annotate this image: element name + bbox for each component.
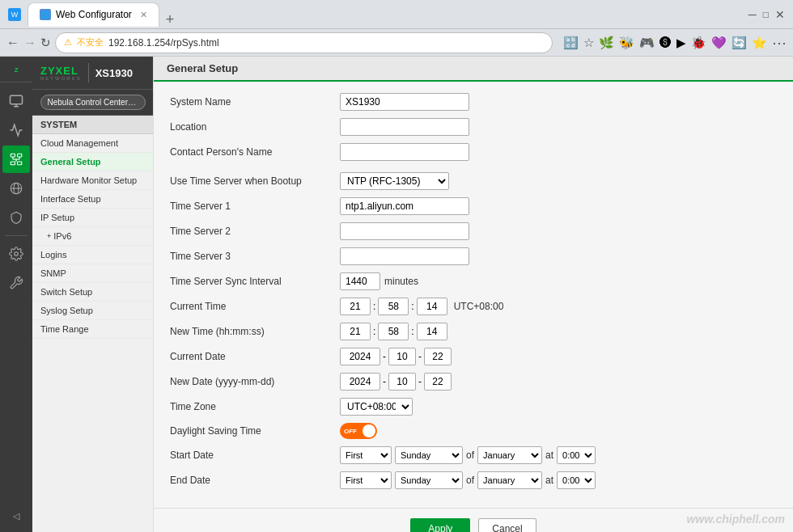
ipv6-label: IPv6: [53, 231, 71, 241]
ext2-icon[interactable]: 🐝: [619, 36, 634, 50]
back-button[interactable]: ←: [6, 36, 19, 50]
close-button[interactable]: ✕: [775, 8, 785, 21]
current-date-month[interactable]: [388, 348, 416, 365]
new-date-sep2: -: [418, 376, 422, 387]
sidebar-item-switch-setup[interactable]: Switch Setup: [32, 283, 153, 302]
logo-area: ZYXEL NETWORKS XS1930: [32, 57, 153, 90]
address-bar: ← → ↻ ⚠ 不安全 192.168.1.254/rpSys.html 🔡 ☆…: [0, 29, 793, 57]
time-server3-label: Time Server 3: [170, 251, 340, 262]
sidebar-item-snmp[interactable]: SNMP: [32, 264, 153, 283]
sidebar-item-general-setup[interactable]: General Setup: [32, 153, 153, 171]
sidebar-item-logins[interactable]: Logins: [32, 246, 153, 264]
menu-icon[interactable]: ⋯: [772, 34, 787, 52]
ext1-icon[interactable]: 🌿: [599, 36, 614, 50]
active-tab[interactable]: 🌐 Web Configurator ✕: [28, 2, 159, 27]
address-input-box[interactable]: ⚠ 不安全 192.168.1.254/rpSys.html: [55, 32, 553, 53]
sidebar-item-interface-setup[interactable]: Interface Setup: [32, 190, 153, 209]
new-time-hour[interactable]: [340, 323, 371, 340]
new-time-sec[interactable]: [417, 323, 447, 340]
start-month-select[interactable]: JanuaryFebruaryMarchAprilMayJuneJulyAugu…: [477, 446, 542, 464]
current-time-sec[interactable]: [417, 298, 447, 315]
maximize-button[interactable]: □: [763, 9, 769, 20]
forward-button[interactable]: →: [23, 36, 36, 50]
current-time-min[interactable]: [378, 298, 409, 315]
system-name-input[interactable]: [340, 93, 469, 111]
sidebar-item-syslog-setup[interactable]: Syslog Setup: [32, 302, 153, 320]
new-time-colon2: :: [411, 326, 413, 337]
contact-input[interactable]: [340, 143, 469, 161]
current-date-day[interactable]: [424, 348, 452, 365]
sidebar-icon-monitor[interactable]: [2, 87, 30, 115]
ext5-icon[interactable]: ▶: [676, 36, 686, 50]
sidebar-icon-analytics[interactable]: [2, 116, 30, 144]
end-occurrence-select[interactable]: FirstSecondThirdFourthLast: [340, 471, 392, 489]
start-occurrence-select[interactable]: FirstSecondThirdFourthLast: [340, 446, 392, 464]
sync-interval-group: minutes: [340, 272, 418, 290]
current-date-year[interactable]: [340, 348, 380, 365]
bookmark-star-icon[interactable]: ☆: [583, 36, 594, 50]
new-tab-button[interactable]: +: [161, 12, 180, 27]
new-date-day[interactable]: [424, 373, 452, 391]
new-date-month[interactable]: [388, 373, 416, 391]
timezone-select[interactable]: UTC+08:00 UTC+00:00 UTC-05:00: [340, 398, 413, 416]
end-month-select[interactable]: JanuaryFebruaryMarchAprilMayJuneJulyAugu…: [477, 471, 542, 489]
time-server2-input[interactable]: [340, 222, 469, 240]
sidebar-item-hardware-monitor[interactable]: Hardware Monitor Setup: [32, 171, 153, 190]
location-label: Location: [170, 121, 340, 133]
ext3-icon[interactable]: 🎮: [639, 36, 655, 50]
ext7-icon[interactable]: 💜: [711, 36, 727, 50]
sidebar-item-cloud-management[interactable]: Cloud Management: [32, 134, 153, 153]
time-server1-row: Time Server 1: [170, 197, 777, 215]
nebula-control-center-button[interactable]: Nebula Control Center →: [40, 95, 146, 110]
sidebar-icon-shield[interactable]: [2, 204, 30, 231]
end-time-select[interactable]: 0:001:002:00: [557, 471, 596, 489]
sidebar-icon-settings[interactable]: [2, 240, 30, 268]
dst-toggle[interactable]: OFF: [340, 423, 377, 439]
system-name-label: System Name: [170, 96, 340, 108]
time-server2-label: Time Server 2: [170, 226, 340, 237]
zyxel-logo-small: Z: [15, 66, 18, 74]
cloud-management-label: Cloud Management: [40, 138, 118, 148]
security-warning-text: 不安全: [77, 36, 104, 49]
sidebar-item-time-range[interactable]: Time Range: [32, 320, 153, 339]
time-server1-input[interactable]: [340, 197, 469, 215]
sync-interval-input[interactable]: [340, 272, 380, 290]
zyxel-logo: ZYXEL NETWORKS: [40, 65, 82, 81]
use-time-server-label: Use Time Server when Bootup: [170, 175, 340, 187]
bookmark-icon[interactable]: ⭐: [752, 36, 767, 50]
new-time-min[interactable]: [378, 323, 409, 340]
end-day-select[interactable]: SundayMondayTuesdayWednesdayThursdayFrid…: [395, 471, 463, 489]
sidebar-icon-globe[interactable]: [2, 175, 30, 202]
model-number: XS1930: [95, 67, 133, 79]
end-at-text: at: [545, 475, 553, 486]
minimize-button[interactable]: ─: [748, 8, 757, 21]
ext8-icon[interactable]: 🔄: [732, 36, 747, 50]
sidebar-icon-network[interactable]: [2, 146, 30, 173]
sidebar-icon-wrench[interactable]: [2, 269, 30, 297]
cancel-button[interactable]: Cancel: [478, 518, 536, 532]
start-time-select[interactable]: 0:001:002:00: [557, 446, 596, 464]
sidebar-item-ipv6[interactable]: + IPv6: [32, 227, 153, 246]
refresh-button[interactable]: ↻: [40, 36, 51, 50]
time-server1-label: Time Server 1: [170, 201, 340, 212]
current-time-hour[interactable]: [340, 298, 371, 315]
start-day-select[interactable]: SundayMondayTuesdayWednesdayThursdayFrid…: [395, 446, 463, 464]
location-input[interactable]: [340, 118, 469, 136]
new-date-year[interactable]: [340, 373, 380, 391]
svg-rect-6: [18, 162, 22, 165]
sidebar-item-ip-setup[interactable]: IP Setup: [32, 209, 153, 227]
extensions-icon[interactable]: 🔡: [563, 36, 579, 50]
new-time-label: New Time (hh:mm:ss): [170, 326, 340, 337]
current-time-label: Current Time: [170, 301, 340, 312]
tab-close-icon[interactable]: ✕: [140, 10, 147, 20]
ext6-icon[interactable]: 🐞: [691, 36, 706, 50]
apply-button[interactable]: Apply: [410, 518, 470, 532]
new-date-label: New Date (yyyy-mm-dd): [170, 376, 340, 387]
logo-brand: ZYXEL: [40, 65, 82, 76]
new-date-sep1: -: [383, 376, 386, 387]
svg-rect-3: [11, 154, 15, 157]
use-time-server-select[interactable]: NTP (RFC-1305) NTP Daytime (RFC-867) Tim…: [340, 172, 449, 190]
sidebar-collapse-btn[interactable]: ◁: [2, 506, 30, 526]
time-server3-input[interactable]: [340, 247, 469, 265]
ext4-icon[interactable]: 🅢: [659, 36, 672, 49]
